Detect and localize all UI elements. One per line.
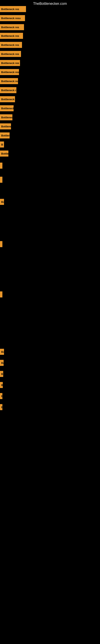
bar-item-25: Bo (0, 371, 3, 377)
bar-item-24: Bo (0, 360, 3, 366)
bar-label-27: Bott (0, 393, 2, 399)
bar-item-16: B (0, 142, 4, 148)
bar-item-1: Bottleneck res (0, 6, 26, 12)
bar-item-8: Bottleneck res (0, 69, 19, 75)
bar-item-2: Bottleneck resu (0, 15, 25, 21)
bar-item-13: Bottleneck r (0, 114, 12, 120)
bar-item-10: Bottleneck re (0, 87, 16, 93)
bar-label-3: Bottleneck res (0, 24, 24, 30)
bar-label-18 (0, 162, 2, 169)
bar-label-21 (0, 241, 2, 247)
bar-item-19 (0, 177, 1, 183)
bar-label-12: Bottleneck (0, 105, 14, 111)
bar-label-19 (0, 177, 2, 183)
bar-item-22 (0, 292, 1, 298)
bar-label-15: Bottlen (0, 132, 10, 138)
bar-label-26: Bot (0, 382, 3, 388)
bar-item-11: Bottleneck re (0, 96, 15, 102)
bar-item-20: Bo (0, 199, 4, 205)
bar-item-23: Bo (0, 349, 4, 355)
bar-label-6: Bottleneck res (0, 51, 21, 57)
bar-label-11: Bottleneck re (0, 96, 15, 102)
bar-item-21 (0, 241, 1, 247)
bar-item-18 (0, 162, 1, 169)
bar-label-16: B (0, 142, 4, 148)
bar-item-26: Bot (0, 382, 3, 388)
bar-label-9: Bottleneck res (0, 78, 18, 84)
bar-item-15: Bottlen (0, 132, 10, 138)
bar-item-4: Bottleneck res (0, 33, 23, 39)
bar-item-14: Bottleneck (0, 123, 11, 130)
bar-label-2: Bottleneck resu (0, 15, 25, 21)
bar-item-6: Bottleneck res (0, 51, 21, 57)
bar-label-17: Bottle (0, 150, 8, 156)
bar-item-27: Bott (0, 393, 2, 399)
bar-item-28: B (0, 404, 1, 410)
bar-label-10: Bottleneck re (0, 87, 16, 93)
bar-item-9: Bottleneck res (0, 78, 18, 84)
bar-label-8: Bottleneck res (0, 69, 19, 75)
bar-label-25: Bo (0, 371, 3, 377)
bar-item-3: Bottleneck res (0, 24, 24, 30)
bar-label-28: B (0, 404, 2, 410)
bar-label-4: Bottleneck res (0, 33, 23, 39)
bar-label-14: Bottleneck (0, 123, 11, 130)
bar-item-17: Bottle (0, 150, 8, 156)
bar-label-7: Bottleneck res (0, 60, 20, 66)
bar-label-20: Bo (0, 199, 4, 205)
bar-label-22 (0, 292, 2, 298)
bar-label-24: Bo (0, 360, 3, 366)
bar-label-23: Bo (0, 349, 4, 355)
bar-item-12: Bottleneck (0, 105, 14, 111)
bar-label-5: Bottleneck res (0, 42, 22, 48)
bar-label-13: Bottleneck r (0, 114, 12, 120)
bar-label-1: Bottleneck res (0, 6, 26, 12)
bar-item-5: Bottleneck res (0, 42, 22, 48)
bar-item-7: Bottleneck res (0, 60, 20, 66)
